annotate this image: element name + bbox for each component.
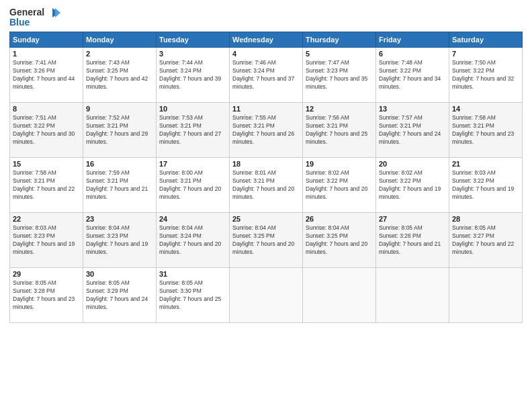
day-cell-27: 27Sunrise: 8:05 AMSunset: 3:26 PMDayligh… (376, 213, 449, 268)
empty-cell (376, 268, 449, 323)
day-cell-29: 29Sunrise: 8:05 AMSunset: 3:28 PMDayligh… (10, 268, 83, 323)
day-cell-30: 30Sunrise: 8:05 AMSunset: 3:29 PMDayligh… (83, 268, 157, 323)
day-cell-1: 1Sunrise: 7:41 AMSunset: 3:26 PMDaylight… (10, 48, 83, 103)
weekday-tuesday: Tuesday (157, 32, 230, 48)
day-info: Sunrise: 7:47 AMSunset: 3:23 PMDaylight:… (306, 59, 373, 91)
day-number: 21 (452, 160, 519, 168)
day-cell-12: 12Sunrise: 7:56 AMSunset: 3:21 PMDayligh… (303, 103, 376, 158)
empty-cell (303, 268, 376, 323)
day-number: 8 (13, 105, 80, 113)
day-cell-21: 21Sunrise: 8:03 AMSunset: 3:22 PMDayligh… (449, 158, 523, 213)
calendar-table: SundayMondayTuesdayWednesdayThursdayFrid… (9, 32, 523, 323)
day-cell-28: 28Sunrise: 8:05 AMSunset: 3:27 PMDayligh… (449, 213, 523, 268)
day-number: 14 (452, 105, 519, 113)
day-info: Sunrise: 7:58 AMSunset: 3:21 PMDaylight:… (452, 114, 519, 146)
day-info: Sunrise: 8:00 AMSunset: 3:21 PMDaylight:… (159, 169, 226, 201)
day-cell-23: 23Sunrise: 8:04 AMSunset: 3:23 PMDayligh… (83, 213, 157, 268)
day-info: Sunrise: 7:56 AMSunset: 3:21 PMDaylight:… (306, 114, 373, 146)
day-info: Sunrise: 7:41 AMSunset: 3:26 PMDaylight:… (13, 59, 80, 91)
day-info: Sunrise: 7:50 AMSunset: 3:22 PMDaylight:… (452, 59, 519, 91)
week-row-1: 1Sunrise: 7:41 AMSunset: 3:26 PMDaylight… (10, 48, 523, 103)
day-cell-8: 8Sunrise: 7:51 AMSunset: 3:22 PMDaylight… (10, 103, 83, 158)
day-info: Sunrise: 8:01 AMSunset: 3:21 PMDaylight:… (232, 169, 300, 201)
day-number: 16 (86, 160, 153, 168)
weekday-monday: Monday (83, 32, 157, 48)
day-info: Sunrise: 8:05 AMSunset: 3:27 PMDaylight:… (452, 224, 519, 257)
day-number: 25 (232, 215, 300, 223)
day-info: Sunrise: 8:02 AMSunset: 3:22 PMDaylight:… (306, 169, 373, 201)
day-info: Sunrise: 8:03 AMSunset: 3:23 PMDaylight:… (13, 224, 80, 257)
day-info: Sunrise: 7:57 AMSunset: 3:21 PMDaylight:… (379, 114, 446, 146)
weekday-sunday: Sunday (10, 32, 83, 48)
day-number: 10 (159, 105, 226, 113)
day-number: 23 (86, 215, 153, 223)
day-info: Sunrise: 8:05 AMSunset: 3:29 PMDaylight:… (86, 279, 153, 312)
day-info: Sunrise: 8:03 AMSunset: 3:22 PMDaylight:… (452, 169, 519, 201)
day-number: 4 (232, 50, 300, 58)
day-cell-19: 19Sunrise: 8:02 AMSunset: 3:22 PMDayligh… (303, 158, 376, 213)
day-number: 9 (86, 105, 153, 113)
day-info: Sunrise: 7:46 AMSunset: 3:24 PMDaylight:… (232, 59, 300, 91)
day-number: 5 (306, 50, 373, 58)
weekday-friday: Friday (376, 32, 449, 48)
day-info: Sunrise: 7:44 AMSunset: 3:24 PMDaylight:… (159, 59, 226, 91)
day-number: 22 (13, 215, 80, 223)
day-info: Sunrise: 8:04 AMSunset: 3:23 PMDaylight:… (86, 224, 153, 257)
day-cell-5: 5Sunrise: 7:47 AMSunset: 3:23 PMDaylight… (303, 48, 376, 103)
day-number: 31 (159, 270, 226, 278)
logo-text-blue: Blue (9, 17, 30, 28)
day-cell-10: 10Sunrise: 7:53 AMSunset: 3:21 PMDayligh… (157, 103, 230, 158)
weekday-saturday: Saturday (449, 32, 523, 48)
day-cell-9: 9Sunrise: 7:52 AMSunset: 3:21 PMDaylight… (83, 103, 157, 158)
day-number: 30 (86, 270, 153, 278)
day-cell-11: 11Sunrise: 7:55 AMSunset: 3:21 PMDayligh… (230, 103, 303, 158)
day-cell-6: 6Sunrise: 7:48 AMSunset: 3:22 PMDaylight… (376, 48, 449, 103)
logo-arrow-icon (46, 7, 60, 19)
day-info: Sunrise: 8:05 AMSunset: 3:28 PMDaylight:… (13, 279, 80, 312)
day-cell-24: 24Sunrise: 8:04 AMSunset: 3:24 PMDayligh… (157, 213, 230, 268)
week-row-4: 22Sunrise: 8:03 AMSunset: 3:23 PMDayligh… (10, 213, 523, 268)
week-row-5: 29Sunrise: 8:05 AMSunset: 3:28 PMDayligh… (10, 268, 523, 323)
day-info: Sunrise: 8:05 AMSunset: 3:26 PMDaylight:… (379, 224, 446, 257)
day-number: 2 (86, 50, 153, 58)
day-number: 13 (379, 105, 446, 113)
day-cell-14: 14Sunrise: 7:58 AMSunset: 3:21 PMDayligh… (449, 103, 523, 158)
day-cell-2: 2Sunrise: 7:43 AMSunset: 3:25 PMDaylight… (83, 48, 157, 103)
day-number: 19 (306, 160, 373, 168)
day-cell-18: 18Sunrise: 8:01 AMSunset: 3:21 PMDayligh… (230, 158, 303, 213)
day-info: Sunrise: 8:04 AMSunset: 3:24 PMDaylight:… (159, 224, 226, 257)
day-info: Sunrise: 7:43 AMSunset: 3:25 PMDaylight:… (86, 59, 153, 91)
day-number: 6 (379, 50, 446, 58)
day-info: Sunrise: 7:59 AMSunset: 3:21 PMDaylight:… (86, 169, 153, 201)
day-number: 11 (232, 105, 300, 113)
day-cell-20: 20Sunrise: 8:02 AMSunset: 3:22 PMDayligh… (376, 158, 449, 213)
day-info: Sunrise: 8:04 AMSunset: 3:25 PMDaylight:… (232, 224, 300, 257)
day-cell-15: 15Sunrise: 7:58 AMSunset: 3:21 PMDayligh… (10, 158, 83, 213)
day-number: 3 (159, 50, 226, 58)
day-number: 29 (13, 270, 80, 278)
weekday-thursday: Thursday (303, 32, 376, 48)
day-info: Sunrise: 8:02 AMSunset: 3:22 PMDaylight:… (379, 169, 446, 201)
day-info: Sunrise: 7:58 AMSunset: 3:21 PMDaylight:… (13, 169, 80, 201)
day-info: Sunrise: 7:55 AMSunset: 3:21 PMDaylight:… (232, 114, 300, 146)
day-cell-13: 13Sunrise: 7:57 AMSunset: 3:21 PMDayligh… (376, 103, 449, 158)
day-info: Sunrise: 7:48 AMSunset: 3:22 PMDaylight:… (379, 59, 446, 91)
day-number: 17 (159, 160, 226, 168)
day-cell-25: 25Sunrise: 8:04 AMSunset: 3:25 PMDayligh… (230, 213, 303, 268)
weekday-header-row: SundayMondayTuesdayWednesdayThursdayFrid… (10, 32, 523, 48)
day-info: Sunrise: 8:04 AMSunset: 3:25 PMDaylight:… (306, 224, 373, 257)
day-cell-4: 4Sunrise: 7:46 AMSunset: 3:24 PMDaylight… (230, 48, 303, 103)
day-cell-26: 26Sunrise: 8:04 AMSunset: 3:25 PMDayligh… (303, 213, 376, 268)
day-cell-7: 7Sunrise: 7:50 AMSunset: 3:22 PMDaylight… (449, 48, 523, 103)
day-cell-17: 17Sunrise: 8:00 AMSunset: 3:21 PMDayligh… (157, 158, 230, 213)
day-number: 24 (159, 215, 226, 223)
day-cell-3: 3Sunrise: 7:44 AMSunset: 3:24 PMDaylight… (157, 48, 230, 103)
week-row-3: 15Sunrise: 7:58 AMSunset: 3:21 PMDayligh… (10, 158, 523, 213)
day-number: 7 (452, 50, 519, 58)
day-info: Sunrise: 7:51 AMSunset: 3:22 PMDaylight:… (13, 114, 80, 146)
main-container: General Blue SundayMondayTuesdayWednesda… (0, 0, 532, 327)
day-number: 18 (232, 160, 300, 168)
header: General Blue (9, 7, 523, 28)
day-info: Sunrise: 7:53 AMSunset: 3:21 PMDaylight:… (159, 114, 226, 146)
weekday-wednesday: Wednesday (230, 32, 303, 48)
